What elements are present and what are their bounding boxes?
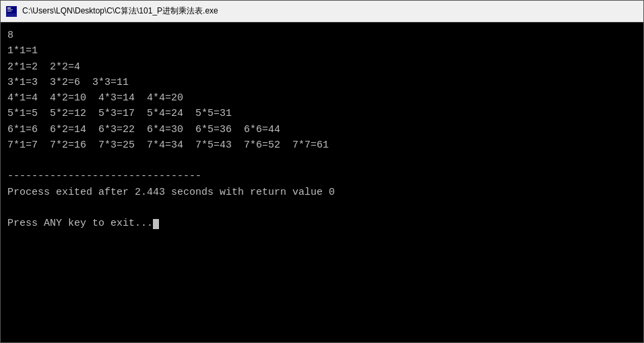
console-line-6: 6*1=6 6*2=14 6*3=22 6*4=30 6*5=36 6*6=44 [7,124,280,135]
console-line-2: 2*1=2 2*2=4 [7,61,80,73]
window: C:\Users\LQN\Desktop\C\C算法\101_P进制乘法表.ex… [0,0,644,343]
svg-rect-2 [7,7,11,9]
console-line-5: 5*1=5 5*2=12 5*3=17 5*4=24 5*5=31 [7,108,232,119]
process-exit-line: Process exited after 2.443 seconds with … [7,187,335,198]
press-any-key-line: Press ANY key to exit... [7,218,159,229]
console-output: 8 1*1=1 2*1=2 2*2=4 3*1=3 3*2=6 3*3=11 4… [7,28,637,231]
console-line-7: 7*1=7 7*2=16 7*3=25 7*4=34 7*5=43 7*6=52… [7,139,329,151]
svg-rect-4 [7,11,11,11]
console-icon [6,6,17,17]
console-line-0: 8 [7,30,13,41]
svg-rect-3 [7,9,13,10]
console-line-4: 4*1=4 4*2=10 4*3=14 4*4=20 [7,92,183,104]
title-bar: C:\Users\LQN\Desktop\C\C算法\101_P进制乘法表.ex… [1,1,643,22]
window-title: C:\Users\LQN\Desktop\C\C算法\101_P进制乘法表.ex… [22,5,218,17]
cursor [153,219,159,229]
console-area[interactable]: 8 1*1=1 2*1=2 2*2=4 3*1=3 3*2=6 3*3=11 4… [1,22,643,342]
console-line-3: 3*1=3 3*2=6 3*3=11 [7,77,129,88]
separator-line: -------------------------------- [7,170,201,182]
console-line-1: 1*1=1 [7,45,38,57]
